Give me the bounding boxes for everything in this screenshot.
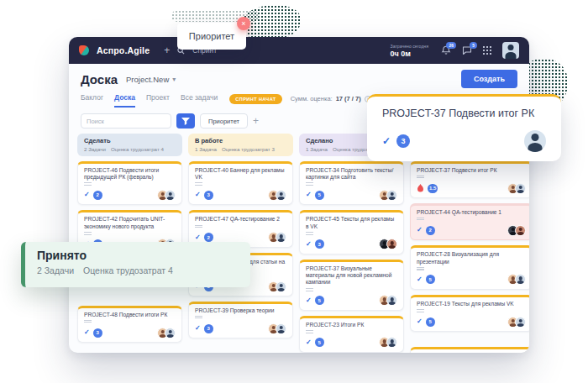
checkmark-icon: ✓	[306, 192, 312, 198]
assignee-avatars	[271, 281, 286, 292]
task-estimate-badge: 3	[93, 328, 102, 338]
notifications-button[interactable]: 26	[441, 45, 451, 55]
avatar	[276, 190, 286, 201]
search-input[interactable]	[81, 113, 171, 129]
description-icon	[84, 320, 92, 324]
task-card-PROJECT-16[interactable]: PROJECT-16 Подвести итоги РК✓5	[410, 347, 529, 353]
task-card-PROJECT-46[interactable]: PROJECT-46 Подвести итоги предыдущей РК …	[77, 161, 182, 205]
checkmark-icon: ✓	[417, 276, 423, 283]
assignee-avatars	[160, 190, 176, 201]
task-card-PROJECT-34[interactable]: PROJECT-34 Подготовить тексты/картинки д…	[299, 161, 404, 205]
assignee-avatars	[160, 328, 176, 338]
checkmark-icon: ✓	[306, 339, 312, 346]
assignee-avatars	[271, 232, 286, 243]
checkmark-icon: ✓	[417, 318, 423, 325]
task-estimate-badge: 5	[315, 338, 324, 347]
task-card-title: PROJECT-46 Подвести итоги предыдущей РК …	[84, 167, 176, 181]
task-card-footer: ✓2	[417, 225, 526, 235]
task-card-title: PROJECT-44 QA-тестирование 1	[417, 209, 526, 216]
description-icon	[306, 182, 313, 186]
description-icon	[306, 232, 313, 236]
description-icon	[417, 267, 424, 271]
task-estimate-badge: 5	[315, 296, 324, 305]
tab-Баклог[interactable]: Баклог	[81, 93, 103, 108]
priority-filter-chip[interactable]: Приоритет	[200, 113, 248, 129]
popup-card-title: PROJECT-37 Подвести итог РК	[382, 108, 546, 119]
user-avatar[interactable]	[502, 42, 519, 59]
task-card-PROJECT-48[interactable]: PROJECT-48 Подвести итоги РК✓3	[77, 306, 182, 343]
checkmark-icon: ✓	[417, 227, 423, 233]
messages-badge: 5	[470, 42, 477, 49]
card-preview-popup[interactable]: PROJECT-37 Подвести итог РК ✓ 3	[367, 94, 561, 161]
task-card-title: PROJECT-37 Визуальные материалы для ново…	[306, 265, 397, 286]
assignee-avatars	[511, 225, 526, 236]
accepted-count: 2 Задачи	[37, 265, 74, 275]
project-selector[interactable]: Project.New ▾	[126, 75, 176, 84]
checkmark-icon: ✓	[84, 192, 90, 198]
tooltip-close-button[interactable]: ×	[237, 17, 250, 30]
assignee-avatars	[382, 239, 397, 249]
page-title: Доска	[81, 72, 118, 87]
tabs: БаклогДоскаПроектВсе задачи	[81, 93, 218, 108]
task-card-PROJECT-40[interactable]: PROJECT-40 Баннер для рекламы VK✓3	[188, 161, 293, 205]
description-icon	[417, 309, 424, 313]
tab-Все задачи[interactable]: Все задачи	[181, 93, 218, 108]
task-card-footer: ✓5	[417, 317, 526, 327]
brand-name: Аспро.Agile	[97, 45, 150, 55]
kanban-column-Принято: Принято2 ЗадачиОценка трудозатрат 4PROJE…	[410, 134, 529, 353]
avatar	[515, 317, 526, 328]
create-button[interactable]: Создать	[461, 70, 517, 88]
time-tracker[interactable]: Затрачено сегодня 0ч 0м	[391, 44, 428, 58]
task-card-PROJECT-44[interactable]: PROJECT-44 QA-тестирование 1✓2	[410, 203, 529, 240]
column-header[interactable]: Сделать2 ЗадачиОценка трудозатрат 4	[77, 134, 182, 156]
task-card-PROJECT-39[interactable]: PROJECT-39 Проверка теории✓3	[188, 302, 293, 338]
assignee-avatars	[382, 337, 397, 348]
top-navbar: Аспро.Agile + Спринт Затрачено сегодня 0…	[69, 37, 529, 64]
accepted-meta: 2 Задачи Оценка трудозатрат 4	[37, 265, 239, 275]
column-title: Сделать	[84, 137, 176, 144]
popup-card-footer: ✓ 3	[382, 130, 546, 152]
task-card-title: PROJECT-42 Подсчитать UNIT-экономику нов…	[84, 216, 176, 229]
column-effort: Оценка трудозатрат 4	[111, 146, 164, 152]
task-estimate-badge: 1.5	[428, 184, 438, 193]
task-card-footer: ✓5	[306, 190, 397, 200]
tab-Проект[interactable]: Проект	[146, 93, 170, 108]
task-card-title: PROJECT-34 Подготовить тексты/картинки д…	[306, 167, 397, 181]
add-filter-button[interactable]: +	[253, 116, 259, 126]
description-icon	[306, 288, 313, 292]
column-effort: Оценка трудозатрат 3	[222, 146, 275, 152]
column-header[interactable]: В работе1 ЗадачаОценка трудозатрат 3	[188, 134, 293, 156]
avatar	[515, 183, 526, 194]
task-estimate-badge: 3	[204, 191, 213, 200]
task-card-PROJECT-28[interactable]: PROJECT-28 Визуализация для презентации✓…	[410, 245, 529, 289]
task-estimate-badge: 3	[315, 239, 324, 249]
add-icon[interactable]: +	[164, 45, 170, 55]
popup-card-badge: 3	[396, 134, 410, 148]
task-card-footer: ✓3	[195, 323, 286, 333]
task-card-PROJECT-19[interactable]: PROJECT-19 Тексты для рекламы VK✓5	[410, 295, 529, 332]
funnel-icon	[181, 118, 190, 125]
assignee-avatars	[511, 274, 526, 285]
description-icon	[417, 176, 424, 180]
avatar	[386, 337, 397, 348]
task-card-footer: 1.5	[417, 183, 526, 193]
score-label: Сумм. оценка:	[291, 95, 333, 102]
messages-button[interactable]: 5	[462, 45, 472, 55]
score-value: 17 (7 / 7)	[336, 95, 361, 102]
task-card-title: PROJECT-45 Тексты для рекламы в VK	[306, 216, 397, 229]
brand-logo-icon	[79, 45, 89, 55]
task-card-PROJECT-23[interactable]: PROJECT-23 Итоги РК✓5	[299, 316, 404, 353]
task-card-PROJECT-45[interactable]: PROJECT-45 Тексты для рекламы в VK✓3	[299, 210, 404, 254]
task-card-PROJECT-37[interactable]: PROJECT-37 Визуальные материалы для ново…	[299, 260, 404, 311]
task-card-footer: ✓5	[306, 338, 397, 348]
assignee-avatars	[511, 183, 526, 194]
filter-button[interactable]	[176, 113, 195, 129]
task-card-PROJECT-37[interactable]: PROJECT-37 Подвести итог РК1.5	[410, 161, 529, 198]
chevron-down-icon: ▾	[172, 76, 176, 83]
description-icon	[195, 182, 202, 186]
avatar	[165, 190, 176, 201]
avatar	[386, 295, 397, 306]
checkmark-icon: ✓	[306, 241, 312, 248]
apps-grid-icon[interactable]	[483, 46, 491, 55]
tab-Доска[interactable]: Доска	[114, 93, 135, 108]
